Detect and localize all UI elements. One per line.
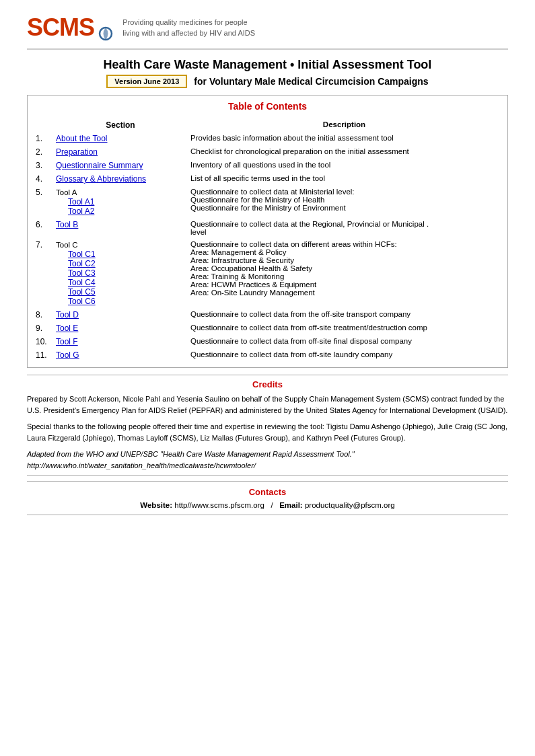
toc-link-tool-c1[interactable]: Tool C1 — [68, 250, 96, 259]
toc-link-tool-c4[interactable]: Tool C4 — [68, 278, 96, 287]
toc-link-glossary[interactable]: Glossary & Abbreviations — [56, 174, 146, 184]
toc-num-9: 9. — [34, 322, 53, 335]
toc-desc-5: Questionnaire to collect data at Ministe… — [188, 186, 501, 218]
credits-section: Credits Prepared by Scott Ackerson, Nico… — [27, 375, 508, 476]
version-badge: Version June 2013 — [106, 75, 187, 88]
toc-desc-7: Questionnaire to collect data on differe… — [188, 238, 501, 308]
contacts-title: Contacts — [27, 487, 508, 497]
website-url: http//www.scms.pfscm.org — [174, 501, 264, 509]
toc-link-preparation[interactable]: Preparation — [56, 147, 98, 157]
toc-row-6: 6. Tool B Questionnaire to collect data … — [34, 218, 501, 238]
toc-link-tool-b[interactable]: Tool B — [56, 220, 78, 229]
website-label: Website: — [140, 501, 172, 509]
logo: SCMS — [27, 13, 113, 42]
toc-section-5: Tool A Tool A1 Tool A2 — [53, 186, 188, 218]
toc-num-2: 2. — [34, 145, 53, 159]
toc-section-9: Tool E — [53, 322, 188, 335]
toc-link-about[interactable]: About the Tool — [56, 134, 108, 143]
toc-title: Table of Contents — [34, 101, 501, 112]
toc-desc-9: Questionnaire to collect data from off-s… — [188, 322, 501, 335]
toc-desc-8: Questionnaire to collect data from the o… — [188, 308, 501, 322]
toc-link-questionnaire-summary[interactable]: Questionnaire Summary — [56, 161, 143, 170]
credits-paragraph2: Special thanks to the following people o… — [27, 421, 508, 443]
toc-section-8: Tool D — [53, 308, 188, 322]
toc-row-2: 2. Preparation Checklist for chronologic… — [34, 145, 501, 159]
email-address: productquality@pfscm.org — [305, 501, 395, 509]
toc-num-7: 7. — [34, 238, 53, 308]
header: SCMS Providing quality medicines for peo… — [27, 13, 508, 50]
tool-a-label: Tool A — [56, 188, 77, 196]
title-block: Health Care Waste Management • Initial A… — [27, 58, 508, 88]
tool-a1-link-wrap: Tool A1 — [56, 197, 94, 206]
toc-link-tool-e[interactable]: Tool E — [56, 324, 78, 333]
toc-link-tool-c5[interactable]: Tool C5 — [68, 287, 96, 297]
separator: / — [271, 501, 273, 509]
toc-link-tool-g[interactable]: Tool G — [56, 350, 79, 360]
toc-section-3: Questionnaire Summary — [53, 159, 188, 172]
toc-num-8: 8. — [34, 308, 53, 322]
toc-num-6: 6. — [34, 218, 53, 238]
toc-section-1: About the Tool — [53, 132, 188, 145]
col-header-section: Section — [53, 118, 188, 132]
toc-link-tool-c2[interactable]: Tool C2 — [68, 259, 96, 268]
toc-num-11: 11. — [34, 348, 53, 362]
toc-row-9: 9. Tool E Questionnaire to collect data … — [34, 322, 501, 335]
toc-desc-3: Inventory of all questions used in the t… — [188, 159, 501, 172]
toc-row-4: 4. Glossary & Abbreviations List of all … — [34, 172, 501, 186]
toc-link-tool-d[interactable]: Tool D — [56, 310, 79, 319]
toc-table: Section Description 1. About the Tool Pr… — [34, 118, 501, 362]
toc-section: Table of Contents Section Description 1.… — [27, 95, 508, 368]
toc-section-4: Glossary & Abbreviations — [53, 172, 188, 186]
toc-link-tool-a2[interactable]: Tool A2 — [68, 206, 94, 216]
toc-num-1: 1. — [34, 132, 53, 145]
credits-title: Credits — [27, 379, 508, 389]
tool-a2-link-wrap: Tool A2 — [56, 206, 94, 216]
toc-num-3: 3. — [34, 159, 53, 172]
toc-desc-6: Questionnaire to collect data at the Reg… — [188, 218, 501, 238]
toc-row-8: 8. Tool D Questionnaire to collect data … — [34, 308, 501, 322]
subtitle: for Voluntary Male Medical Circumcision … — [194, 76, 428, 87]
version-row: Version June 2013 for Voluntary Male Med… — [27, 75, 508, 88]
toc-row-7: 7. Tool C Tool C1 Tool C2 Tool C3 Tool C… — [34, 238, 501, 308]
credits-paragraph1: Prepared by Scott Ackerson, Nicole Pahl … — [27, 393, 508, 416]
toc-row-5: 5. Tool A Tool A1 Tool A2 Questionnaire … — [34, 186, 501, 218]
tagline: Providing quality medicines for people l… — [122, 17, 255, 39]
logo-icon — [98, 26, 113, 41]
toc-row-1: 1. About the Tool Provides basic informa… — [34, 132, 501, 145]
email-label: Email: — [279, 501, 303, 509]
toc-link-tool-c6[interactable]: Tool C6 — [68, 297, 96, 306]
toc-link-tool-f[interactable]: Tool F — [56, 337, 78, 346]
page: SCMS Providing quality medicines for peo… — [0, 0, 535, 756]
toc-desc-11: Questionnaire to collect data from off-s… — [188, 348, 501, 362]
col-header-num — [34, 118, 53, 132]
toc-section-7: Tool C Tool C1 Tool C2 Tool C3 Tool C4 T… — [53, 238, 188, 308]
main-title: Health Care Waste Management • Initial A… — [27, 58, 508, 72]
toc-section-10: Tool F — [53, 335, 188, 348]
col-header-desc: Description — [188, 118, 501, 132]
toc-section-2: Preparation — [53, 145, 188, 159]
toc-desc-1: Provides basic information about the ini… — [188, 132, 501, 145]
toc-section-11: Tool G — [53, 348, 188, 362]
credits-paragraph3: Adapted from the WHO and UNEP/SBC "Healt… — [27, 449, 508, 471]
toc-row-10: 10. Tool F Questionnaire to collect data… — [34, 335, 501, 348]
toc-desc-4: List of all specific terms used in the t… — [188, 172, 501, 186]
toc-row-11: 11. Tool G Questionnaire to collect data… — [34, 348, 501, 362]
tool-c-label: Tool C — [56, 241, 78, 249]
contacts-section: Contacts Website: http//www.scms.pfscm.o… — [27, 481, 508, 515]
toc-num-4: 4. — [34, 172, 53, 186]
toc-link-tool-a1[interactable]: Tool A1 — [68, 197, 94, 206]
toc-desc-2: Checklist for chronological preparation … — [188, 145, 501, 159]
toc-section-6: Tool B — [53, 218, 188, 238]
toc-link-tool-c3[interactable]: Tool C3 — [68, 268, 96, 278]
contacts-row: Website: http//www.scms.pfscm.org / Emai… — [27, 501, 508, 509]
toc-num-5: 5. — [34, 186, 53, 218]
logo-text: SCMS — [27, 13, 94, 41]
toc-row-3: 3. Questionnaire Summary Inventory of al… — [34, 159, 501, 172]
toc-num-10: 10. — [34, 335, 53, 348]
toc-desc-10: Questionnaire to collect data from off-s… — [188, 335, 501, 348]
